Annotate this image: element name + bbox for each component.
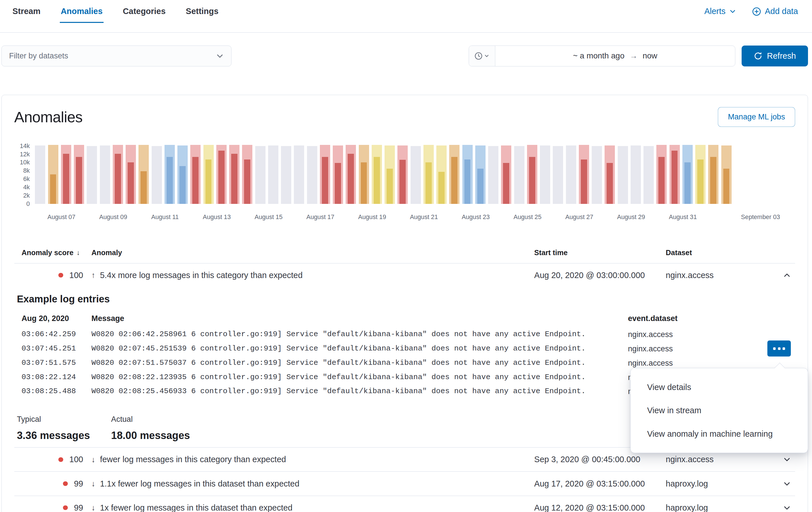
popover-item-view-in-stream[interactable]: View in stream <box>631 399 808 422</box>
histogram-bar-gray[interactable] <box>488 146 498 204</box>
histogram-bar-anomaly-segment <box>399 160 406 204</box>
histogram-bar-red[interactable] <box>229 145 239 204</box>
histogram-bar-gray[interactable] <box>281 146 291 204</box>
histogram-bar-orange[interactable] <box>48 145 58 204</box>
histogram-bar-red[interactable] <box>398 145 408 204</box>
histogram-bar-yellow[interactable] <box>384 145 395 204</box>
histogram-bar-blue[interactable] <box>177 145 188 204</box>
chevron-up-icon <box>783 271 791 279</box>
histogram-bar-red[interactable] <box>579 145 589 204</box>
histogram-bar-gray[interactable] <box>294 145 304 204</box>
popover-item-view-details[interactable]: View details <box>631 375 808 399</box>
histogram-bar-gray[interactable] <box>618 146 628 204</box>
histogram-bar-gray[interactable] <box>540 145 550 204</box>
date-range-end[interactable]: now <box>643 51 657 60</box>
severity-dot <box>58 273 63 277</box>
add-data-link[interactable]: Add data <box>752 7 798 16</box>
table-row[interactable]: 100 ↑ 5.4x more log messages in this cat… <box>14 264 795 287</box>
dataset-filter-select[interactable]: Filter by datasets <box>1 46 231 66</box>
column-header-start-time[interactable]: Start time <box>534 248 666 257</box>
histogram-bar-blue[interactable] <box>165 145 175 204</box>
histogram-bar-gray[interactable] <box>631 145 641 204</box>
histogram-bar-gray[interactable] <box>411 146 421 204</box>
refresh-label: Refresh <box>767 51 796 61</box>
histogram-bar-blue[interactable] <box>683 145 693 204</box>
histogram-bar-orange[interactable] <box>139 145 149 204</box>
histogram-bar-gray[interactable] <box>514 146 524 204</box>
alerts-menu-button[interactable]: Alerts <box>704 7 736 16</box>
histogram-bar-red[interactable] <box>333 145 343 204</box>
dataset-filter-placeholder: Filter by datasets <box>9 51 68 60</box>
log-entry-actions-button[interactable] <box>767 341 790 356</box>
histogram-bar-red[interactable] <box>61 145 71 204</box>
histogram-bar-yellow[interactable] <box>695 145 705 204</box>
histogram-bar-red[interactable] <box>320 145 330 204</box>
histogram-bar-gray[interactable] <box>307 146 317 204</box>
histogram-bar-gray[interactable] <box>592 146 602 204</box>
actual-value: 18.00 messages <box>111 429 205 442</box>
expand-row-button[interactable] <box>782 503 792 512</box>
x-axis-label: August 25 <box>514 213 542 221</box>
histogram-bar-gray[interactable] <box>35 145 45 204</box>
date-quick-select-button[interactable] <box>469 46 495 66</box>
histogram-bar-gray[interactable] <box>643 146 654 204</box>
histogram-bar-orange[interactable] <box>449 145 460 204</box>
table-header-row: Anomaly score ↓ Anomaly Start time Datas… <box>14 242 795 263</box>
histogram-bar-yellow[interactable] <box>436 145 446 204</box>
table-row[interactable]: 99 ↓ 1x fewer log messages in this datas… <box>14 496 795 512</box>
histogram-bar-red[interactable] <box>242 145 252 204</box>
histogram-bar-anomaly-segment <box>607 163 613 204</box>
histogram-bar-red[interactable] <box>113 145 123 204</box>
histogram-bar-red[interactable] <box>346 145 356 204</box>
histogram-bar-blue[interactable] <box>462 145 473 204</box>
tab-stream[interactable]: Stream <box>11 0 41 23</box>
histogram-bar-red[interactable] <box>669 145 680 204</box>
popover-item-view-anomaly-in-ml[interactable]: View anomaly in machine learning <box>631 422 808 445</box>
collapse-row-button[interactable] <box>782 270 792 280</box>
column-header-dataset[interactable]: Dataset <box>666 248 779 257</box>
histogram-bar-red[interactable] <box>501 145 511 204</box>
histogram-bar-yellow[interactable] <box>203 145 214 204</box>
top-navigation: Stream Anomalies Categories Settings Ale… <box>0 0 812 33</box>
histogram-bar-gray[interactable] <box>255 146 265 204</box>
histogram-bar-yellow[interactable] <box>372 145 382 204</box>
sort-desc-icon: ↓ <box>77 249 80 257</box>
manage-ml-jobs-button[interactable]: Manage ML jobs <box>718 107 795 127</box>
tab-categories[interactable]: Categories <box>122 0 167 23</box>
date-range-start[interactable]: ~ a month ago <box>573 51 624 60</box>
chevron-down-icon <box>484 53 489 58</box>
histogram-bar-orange[interactable] <box>721 145 732 204</box>
expand-row-button[interactable] <box>782 454 792 465</box>
refresh-button[interactable]: Refresh <box>742 46 808 66</box>
tab-anomalies[interactable]: Anomalies <box>60 0 104 23</box>
histogram-bar-blue[interactable] <box>475 145 486 204</box>
histogram-bar-red[interactable] <box>605 145 615 204</box>
histogram-bar-gray[interactable] <box>100 145 110 204</box>
x-axis-label: August 17 <box>307 213 335 221</box>
histogram-bar-gray[interactable] <box>87 146 97 204</box>
histogram-bar-gray[interactable] <box>152 146 162 204</box>
tab-settings[interactable]: Settings <box>185 0 220 23</box>
anomaly-score: 99 <box>74 503 83 512</box>
log-time: 03:08:25.488 <box>22 384 91 399</box>
table-row[interactable]: 99 ↓ 1.1x fewer log messages in this dat… <box>14 471 795 496</box>
x-axis: August 07August 09August 11August 13Augu… <box>33 213 795 223</box>
histogram-bar-red[interactable] <box>125 145 136 204</box>
histogram-bar-anomaly-segment <box>503 163 509 204</box>
histogram-bar-anomaly-segment <box>115 154 121 204</box>
histogram-bar-red[interactable] <box>216 145 227 204</box>
histogram-bar-orange[interactable] <box>708 145 719 204</box>
histogram-bar-red[interactable] <box>74 145 84 204</box>
histogram-bar-gray[interactable] <box>566 145 576 204</box>
column-header-anomaly-score[interactable]: Anomaly score ↓ <box>14 248 92 257</box>
histogram-bar-yellow[interactable] <box>424 145 434 204</box>
histogram-bar-red[interactable] <box>656 145 667 204</box>
histogram-bar-red[interactable] <box>527 145 537 204</box>
histogram-bar-gray[interactable] <box>553 146 563 204</box>
log-date-header: Aug 20, 2020 <box>22 310 91 328</box>
refresh-icon <box>754 52 762 60</box>
histogram-bar-orange[interactable] <box>359 145 369 204</box>
histogram-bar-red[interactable] <box>190 145 201 204</box>
histogram-bar-gray[interactable] <box>268 145 279 204</box>
expand-row-button[interactable] <box>782 479 792 489</box>
